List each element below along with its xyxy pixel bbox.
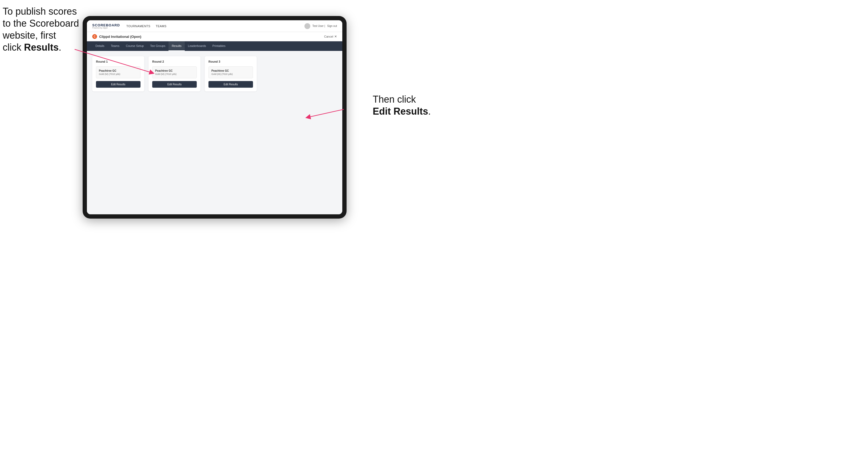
tab-course-setup[interactable]: Course Setup [123, 41, 147, 51]
close-icon: ✕ [334, 35, 337, 38]
tab-tee-groups[interactable]: Tee Groups [147, 41, 168, 51]
nav-tournaments[interactable]: TOURNAMENTS [126, 25, 150, 28]
content-area: Round 1 Peachtree GC Gold (M) (7010 yds)… [87, 51, 342, 214]
tournament-icon: C [92, 34, 97, 39]
tournament-title: Clippd Invitational (Open) [99, 35, 141, 39]
round-1-title: Round 1 [96, 60, 141, 63]
round-3-course-name: Peachtree GC [211, 69, 250, 72]
nav-teams[interactable]: TEAMS [156, 25, 166, 28]
tabs-navigation: Details Teams Course Setup Tee Groups Re… [87, 41, 342, 51]
round-1-course-name: Peachtree GC [99, 69, 137, 72]
round-3-course-details: Gold (M) (7010 yds) [211, 73, 250, 75]
topnav-right: Test User | Sign out [304, 23, 337, 29]
round-2-title: Round 2 [152, 60, 197, 63]
cancel-button[interactable]: Cancel ✕ [324, 35, 337, 38]
round-card-1: Round 1 Peachtree GC Gold (M) (7010 yds)… [92, 56, 144, 91]
round-card-3: Round 3 Peachtree GC Gold (M) (7010 yds)… [205, 56, 257, 91]
round-2-course-card: Peachtree GC Gold (M) (7010 yds) [152, 66, 197, 79]
round-card-2: Round 2 Peachtree GC Gold (M) (7010 yds)… [149, 56, 200, 91]
sub-header: C Clippd Invitational (Open) Cancel ✕ [87, 32, 342, 41]
edit-results-button-3[interactable]: Edit Results [209, 81, 253, 88]
logo-sub: Powered by clippd [92, 27, 120, 29]
tab-details[interactable]: Details [92, 41, 108, 51]
user-avatar [304, 23, 310, 29]
annotation-right: Then click Edit Results. [373, 93, 431, 117]
tab-printables[interactable]: Printables [209, 41, 229, 51]
tablet-device: SCOREBOARD Powered by clippd TOURNAMENTS… [83, 16, 347, 219]
edit-results-button-1[interactable]: Edit Results [96, 81, 141, 88]
logo-area: SCOREBOARD Powered by clippd [92, 24, 120, 29]
edit-results-button-2[interactable]: Edit Results [152, 81, 197, 88]
topnav-links: TOURNAMENTS TEAMS [126, 25, 304, 28]
tablet-screen: SCOREBOARD Powered by clippd TOURNAMENTS… [87, 20, 342, 214]
round-3-title: Round 3 [209, 60, 253, 63]
round-3-course-card: Peachtree GC Gold (M) (7010 yds) [209, 66, 253, 79]
round-1-course-card: Peachtree GC Gold (M) (7010 yds) [96, 66, 141, 79]
tournament-name: C Clippd Invitational (Open) [92, 34, 141, 39]
user-text: Test User | [312, 25, 325, 27]
logo-text: SCOREBOARD [92, 24, 120, 27]
signout-link[interactable]: Sign out [327, 25, 337, 27]
tab-leaderboards[interactable]: Leaderboards [185, 41, 209, 51]
round-2-course-details: Gold (M) (7010 yds) [155, 73, 194, 75]
round-2-course-name: Peachtree GC [155, 69, 194, 72]
tab-teams[interactable]: Teams [108, 41, 123, 51]
tab-results[interactable]: Results [168, 41, 185, 51]
rounds-grid: Round 1 Peachtree GC Gold (M) (7010 yds)… [92, 56, 337, 91]
top-navigation: SCOREBOARD Powered by clippd TOURNAMENTS… [87, 20, 342, 32]
annotation-left: To publish scores to the Scoreboard webs… [3, 5, 80, 53]
round-1-course-details: Gold (M) (7010 yds) [99, 73, 137, 75]
